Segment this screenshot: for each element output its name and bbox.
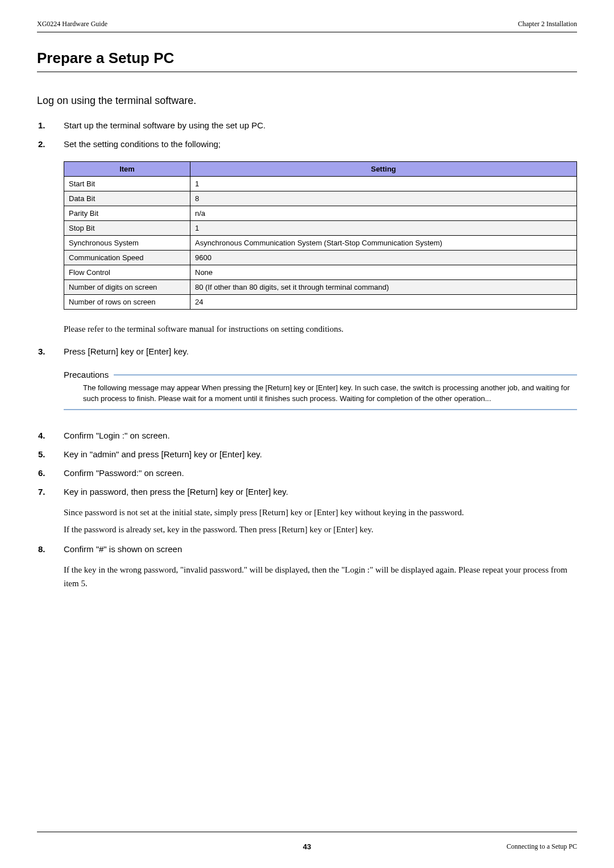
step-7-note-b: If the password is already set, key in t… bbox=[64, 523, 577, 536]
step-text: Start up the terminal software by using … bbox=[64, 120, 265, 130]
subtitle: Log on using the terminal software. bbox=[37, 95, 577, 107]
precautions-title: Precautions bbox=[64, 370, 109, 379]
table-row: Number of digits on screen 80 (If other … bbox=[64, 280, 577, 295]
step-number: 1. bbox=[38, 120, 64, 130]
step-number: 7. bbox=[38, 487, 64, 496]
step-number: 6. bbox=[38, 468, 64, 478]
step-8: 8. Confirm "#" is shown on screen If the… bbox=[37, 544, 577, 590]
step-text: Key in password, then press the [Return]… bbox=[64, 487, 288, 496]
cell-item: Stop Bit bbox=[64, 221, 190, 236]
step-4: 4. Confirm "Login :" on screen. bbox=[37, 431, 577, 440]
spacer bbox=[37, 419, 577, 431]
step-6: 6. Confirm "Password:" on screen. bbox=[37, 468, 577, 478]
precautions-block: Precautions The following message may ap… bbox=[64, 370, 577, 410]
cell-item: Data Bit bbox=[64, 191, 190, 206]
step-text: Confirm "Password:" on screen. bbox=[64, 468, 184, 478]
step-number: 8. bbox=[38, 544, 64, 554]
settings-table: Item Setting Start Bit 1 Data Bit 8 Pari… bbox=[64, 161, 577, 310]
table-row: Data Bit 8 bbox=[64, 191, 577, 206]
step-3: 3. Press [Return] key or [Enter] key. bbox=[37, 347, 577, 356]
cell-setting: 8 bbox=[190, 191, 577, 206]
step-5: 5. Key in "admin" and press [Return] key… bbox=[37, 449, 577, 459]
table-row: Start Bit 1 bbox=[64, 177, 577, 191]
page-title: Prepare a Setup PC bbox=[37, 49, 577, 72]
cell-setting: 80 (If other than 80 digits, set it thro… bbox=[190, 280, 577, 295]
cell-setting: 1 bbox=[190, 177, 577, 191]
precautions-bottom-rule bbox=[64, 409, 577, 410]
footer-section: Connecting to a Setup PC bbox=[463, 842, 577, 851]
cell-item: Number of rows on screen bbox=[64, 295, 190, 310]
cell-item: Number of digits on screen bbox=[64, 280, 190, 295]
step-number: 5. bbox=[38, 449, 64, 459]
precautions-body: The following message may appear When pr… bbox=[83, 383, 577, 404]
step-number: 2. bbox=[38, 139, 64, 149]
step-text: Key in "admin" and press [Return] key or… bbox=[64, 449, 262, 459]
cell-setting: n/a bbox=[190, 206, 577, 221]
step-number: 4. bbox=[38, 431, 64, 440]
table-row: Communication Speed 9600 bbox=[64, 251, 577, 265]
page-number: 43 bbox=[151, 842, 463, 851]
page-footer: 43 Connecting to a Setup PC bbox=[37, 832, 577, 851]
table-header-setting: Setting bbox=[190, 162, 577, 177]
step-text: Set the setting conditions to the follow… bbox=[64, 139, 221, 149]
cell-setting: 1 bbox=[190, 221, 577, 236]
cell-item: Synchronous System bbox=[64, 236, 190, 251]
footer-divider bbox=[37, 832, 577, 832]
header-divider bbox=[37, 32, 577, 32]
cell-setting: 9600 bbox=[190, 251, 577, 265]
post-table-note: Please refer to the terminal software ma… bbox=[64, 324, 577, 334]
step-text: Confirm "#" is shown on screen bbox=[64, 544, 182, 554]
header-left: XG0224 Hardware Guide bbox=[37, 20, 107, 28]
table-row: Synchronous System Asynchronous Communic… bbox=[64, 236, 577, 251]
step-7: 7. Key in password, then press the [Retu… bbox=[37, 487, 577, 536]
step-text: Press [Return] key or [Enter] key. bbox=[64, 347, 189, 356]
cell-setting: Asynchronous Communication System (Start… bbox=[190, 236, 577, 251]
table-header-row: Item Setting bbox=[64, 162, 577, 177]
table-row: Parity Bit n/a bbox=[64, 206, 577, 221]
cell-setting: 24 bbox=[190, 295, 577, 310]
precautions-top-rule bbox=[114, 374, 577, 375]
document-page: XG0224 Hardware Guide Chapter 2 Installa… bbox=[0, 0, 614, 868]
step-1: 1. Start up the terminal software by usi… bbox=[37, 120, 577, 130]
page-header: XG0224 Hardware Guide Chapter 2 Installa… bbox=[37, 20, 577, 28]
cell-item: Communication Speed bbox=[64, 251, 190, 265]
cell-item: Start Bit bbox=[64, 177, 190, 191]
table-header-item: Item bbox=[64, 162, 190, 177]
step-7-note-a: Since password is not set at the initial… bbox=[64, 506, 577, 519]
step-2: 2. Set the setting conditions to the fol… bbox=[37, 139, 577, 149]
table-row: Number of rows on screen 24 bbox=[64, 295, 577, 310]
step-number: 3. bbox=[38, 347, 64, 356]
step-text: Confirm "Login :" on screen. bbox=[64, 431, 170, 440]
table-row: Flow Control None bbox=[64, 265, 577, 280]
step-8-note: If the key in the wrong password, "inval… bbox=[64, 563, 577, 590]
table-row: Stop Bit 1 bbox=[64, 221, 577, 236]
header-right: Chapter 2 Installation bbox=[518, 20, 577, 28]
precautions-header: Precautions bbox=[64, 370, 577, 379]
cell-item: Parity Bit bbox=[64, 206, 190, 221]
cell-setting: None bbox=[190, 265, 577, 280]
cell-item: Flow Control bbox=[64, 265, 190, 280]
